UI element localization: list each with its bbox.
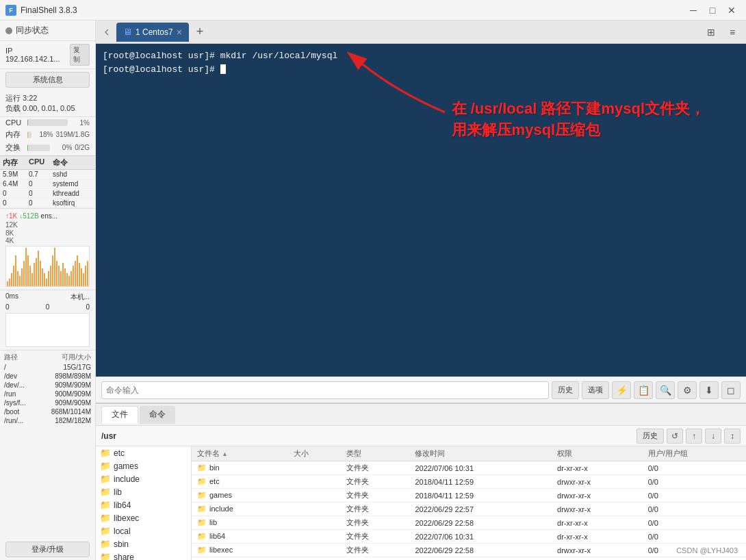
tab-commands[interactable]: 命令 <box>140 406 175 424</box>
net-label: ens... <box>41 212 57 220</box>
list-item[interactable]: 📁libexec 文件夹 2022/06/29 22:58 drwxr-xr-x… <box>192 544 746 557</box>
folder-icon: 📁 <box>100 474 111 484</box>
content-area: 🖥 1 Centos7 × + ⊞ ≡ [root@localhost usr]… <box>96 21 746 560</box>
tab-list-view-button[interactable]: ≡ <box>723 23 742 42</box>
copy-icon-button[interactable]: 📋 <box>634 381 653 399</box>
tree-item-sbin[interactable]: 📁 sbin <box>96 537 191 550</box>
net-stats: ↑1K ↓512B ens... 12K 8K 4K <box>0 208 95 290</box>
folder-icon: 📁 <box>100 539 111 549</box>
process-list: 5.9M 0.7 sshd 6.4M 0 systemd 0 0 kthread… <box>0 170 95 208</box>
folder-icon: 📁 <box>100 513 111 523</box>
latency-section: 0ms 本机... 0 0 0 <box>0 290 95 350</box>
tab-close-button[interactable]: × <box>177 27 182 38</box>
app-icon: F <box>5 5 16 16</box>
folder-icon: 📁 <box>100 526 111 536</box>
disk-row: /sys/f...909M/909M <box>3 398 92 407</box>
refresh-button[interactable]: ↺ <box>667 429 683 444</box>
col-filename[interactable]: 文件名 ▲ <box>192 446 288 461</box>
disk-row: /run900M/909M <box>3 390 92 398</box>
list-item[interactable]: 📁etc 文件夹 2018/04/11 12:59 drwxr-xr-x 0/0 <box>192 475 746 489</box>
terminal-line-2: [root@localhost usr]# <box>103 63 739 77</box>
list-item[interactable]: 📁include 文件夹 2022/06/29 22:57 drwxr-xr-x… <box>192 502 746 516</box>
mem-bar <box>27 131 28 138</box>
close-button[interactable]: ✕ <box>723 3 741 18</box>
tab-bar-right: ⊞ ≡ <box>702 23 746 42</box>
runtime-label: 运行 3:22 <box>5 93 90 103</box>
folder-icon: 📁 <box>100 487 111 497</box>
tab-add-button[interactable]: + <box>190 23 209 42</box>
tab-title: 1 Centos7 <box>136 27 173 37</box>
folder-icon: 📁 <box>197 532 207 540</box>
command-input[interactable] <box>101 381 549 399</box>
disk-size-header: 可用/大小 <box>62 353 91 362</box>
terminal[interactable]: [root@localhost usr]# mkdir /usr/local/m… <box>96 44 746 377</box>
tree-item-etc[interactable]: 📁 etc <box>96 446 191 459</box>
mem-percent: 18% <box>34 131 53 138</box>
sidebar: 同步状态 IP 192.168.142.1... 复制 系统信息 运行 3:22… <box>0 21 96 560</box>
disk-row: /run/...182M/182M <box>3 416 92 425</box>
mem-metric: 内存 18% 319M/1.8G <box>0 128 95 141</box>
net-chart <box>5 246 90 287</box>
lightning-icon-button[interactable]: ⚡ <box>612 381 631 399</box>
list-item[interactable]: 📁bin 文件夹 2022/07/06 10:31 dr-xr-xr-x 0/0 <box>192 461 746 475</box>
file-list: 文件名 ▲ 大小 类型 修改时间 权限 用户/用户组 📁bin 文件夹 <box>192 446 746 560</box>
tree-item-games[interactable]: 📁 games <box>96 459 191 472</box>
sync-status: 同步状态 <box>0 21 95 41</box>
more-button[interactable]: ↕ <box>724 429 741 444</box>
cpu-label: CPU <box>5 118 25 127</box>
folder-icon: 📁 <box>197 491 207 499</box>
net-chart-bars <box>6 246 89 286</box>
swap-label: 交换 <box>5 142 25 153</box>
copy-button[interactable]: 复制 <box>70 44 90 66</box>
minimize-button[interactable]: ─ <box>684 3 702 18</box>
history-button[interactable]: 历史 <box>552 381 579 399</box>
col-owner[interactable]: 用户/用户组 <box>643 446 746 461</box>
tree-item-share[interactable]: 📁 share <box>96 550 191 560</box>
load-label: 负载 0.00, 0.01, 0.05 <box>5 103 90 114</box>
col-size[interactable]: 大小 <box>288 446 342 461</box>
tab-centos7[interactable]: 🖥 1 Centos7 × <box>116 23 189 42</box>
ip-info: IP 192.168.142.1... 复制 <box>0 41 95 69</box>
file-panel: 文件 命令 /usr 历史 ↺ ↑ ↓ ↕ 📁 etc <box>96 403 746 560</box>
settings-icon-button[interactable]: ⚙ <box>678 381 697 399</box>
app-title: FinalShell 3.8.3 <box>21 5 77 15</box>
sys-info-button[interactable]: 系统信息 <box>5 72 90 88</box>
ip-text: IP 192.168.142.1... <box>5 47 67 63</box>
local-label: 本机... <box>70 292 90 302</box>
col-type[interactable]: 类型 <box>341 446 409 461</box>
annotation-text: 在 /usr/local 路径下建mysql文件夹， 用来解压mysql压缩包 <box>452 99 705 141</box>
status-dot <box>5 27 12 34</box>
col-perms[interactable]: 权限 <box>552 446 643 461</box>
folder-icon: 📁 <box>100 552 111 560</box>
tab-files[interactable]: 文件 <box>101 406 138 424</box>
tree-item-lib[interactable]: 📁 lib <box>96 485 191 498</box>
file-history-button[interactable]: 历史 <box>636 429 664 444</box>
list-item[interactable]: 📁lib 文件夹 2022/06/29 22:58 dr-xr-xr-x 0/0 <box>192 516 746 530</box>
tree-item-lib64[interactable]: 📁 lib64 <box>96 498 191 511</box>
file-list-table: 文件名 ▲ 大小 类型 修改时间 权限 用户/用户组 📁bin 文件夹 <box>192 446 746 560</box>
col-cmd-header: 命令 <box>53 157 92 168</box>
folder-icon: 📁 <box>100 500 111 510</box>
download-file-button[interactable]: ↓ <box>705 429 721 444</box>
cpu-bar-container <box>27 119 68 126</box>
options-button[interactable]: 选项 <box>582 381 609 399</box>
maximize-button[interactable]: □ <box>704 3 721 18</box>
folder-icon: 📁 <box>197 477 207 485</box>
process-row: 0 0 ksoftirq <box>0 199 95 208</box>
disk-header: 路径 可用/大小 <box>3 352 92 363</box>
tree-item-local[interactable]: 📁 local <box>96 524 191 537</box>
col-modified[interactable]: 修改时间 <box>409 446 552 461</box>
list-item[interactable]: 📁games 文件夹 2018/04/11 12:59 drwxr-xr-x 0… <box>192 489 746 502</box>
download-icon-button[interactable]: ⬇ <box>699 381 719 399</box>
title-bar-left: F FinalShell 3.8.3 <box>5 5 77 16</box>
maximize-icon-button[interactable]: ◻ <box>721 381 741 399</box>
tab-split-view-button[interactable]: ⊞ <box>702 23 721 42</box>
login-button[interactable]: 登录/升级 <box>5 542 90 557</box>
tree-item-libexec[interactable]: 📁 libexec <box>96 511 191 524</box>
list-item[interactable]: 📁lib64 文件夹 2022/07/06 10:31 dr-xr-xr-x 0… <box>192 530 746 544</box>
list-item[interactable]: 📁local 文件夹 2022/07/07 15:51 drwxr-xr-x 0… <box>192 557 746 561</box>
tree-item-include[interactable]: 📁 include <box>96 472 191 485</box>
search-icon-button[interactable]: 🔍 <box>656 381 675 399</box>
tab-nav-left[interactable] <box>99 23 115 42</box>
upload-button[interactable]: ↑ <box>686 429 702 444</box>
